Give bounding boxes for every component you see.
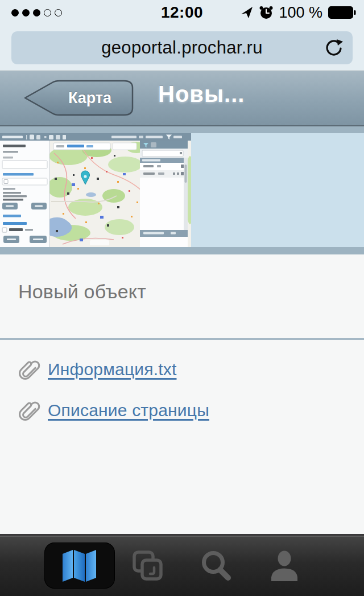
attachment-row: Информация.txt [17,356,364,383]
gallery-top-strip [0,126,364,133]
status-bar: 12:00 100 % [0,0,364,25]
attachment-link[interactable]: Информация.txt [48,360,176,379]
tab-search[interactable] [182,536,250,596]
url-field[interactable]: geoportal.prochar.ru [11,31,353,64]
refresh-icon [324,38,344,59]
browser-chrome: geoportal.prochar.ru [0,25,364,71]
page-nav-header: Карта Новы... [0,71,364,126]
page-title: Новы... [158,81,245,107]
tab-map[interactable] [46,536,114,596]
url-text: geoportal.prochar.ru [101,38,262,58]
pages-icon [133,550,163,581]
alarm-clock-icon [259,5,274,20]
map-screenshot-thumbnail [0,133,191,247]
tab-pages[interactable] [114,536,182,596]
tab-bar [0,534,364,596]
status-right-icons: 100 % [241,4,356,22]
object-heading: Новый объект [0,254,364,303]
location-arrow-icon [241,6,254,19]
attachment-list: Информация.txt Описание страницы [0,340,364,424]
back-button-label: Карта [53,80,126,116]
tab-profile[interactable] [250,536,318,596]
iphone-screen: 12:00 100 % geoportal.prochar.ru [0,0,364,596]
refresh-button[interactable] [324,38,344,59]
gallery-bottom-strip [0,247,364,254]
page-content: Новый объект Информация.txt Описание стр… [0,254,364,534]
battery-percent: 100 % [279,4,322,22]
battery-icon [328,6,356,19]
gallery-band [0,133,364,247]
paperclip-icon [17,357,42,382]
paperclip-icon [17,398,42,423]
search-icon [200,549,233,582]
attachment-row: Описание страницы [17,397,364,424]
back-button[interactable]: Карта [20,80,134,116]
person-icon [268,550,300,581]
attachment-link[interactable]: Описание страницы [48,401,209,420]
map-icon [61,549,98,582]
